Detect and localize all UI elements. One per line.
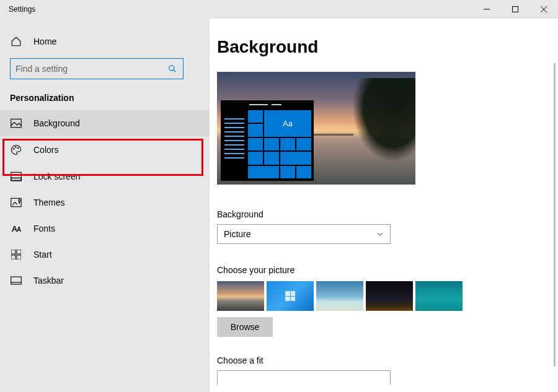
browse-button[interactable]: Browse xyxy=(217,317,273,337)
home-icon xyxy=(10,36,22,47)
background-type-label: Background xyxy=(217,209,558,219)
sidebar-item-label: Fonts xyxy=(33,224,55,233)
svg-line-5 xyxy=(174,70,176,72)
search-icon xyxy=(168,64,178,73)
close-button[interactable] xyxy=(529,0,558,19)
sidebar-item-label: Colors xyxy=(33,145,58,155)
preview-desktop-overlay: Aa xyxy=(221,100,314,181)
palette-icon xyxy=(10,144,22,155)
picture-thumb-5[interactable] xyxy=(415,281,463,311)
picture-thumbnails xyxy=(217,281,558,311)
minimize-button[interactable] xyxy=(472,0,501,19)
fit-dropdown[interactable] xyxy=(217,370,391,385)
page-title: Background xyxy=(217,37,558,57)
svg-rect-14 xyxy=(17,250,21,254)
svg-rect-1 xyxy=(513,7,518,12)
picture-thumb-3[interactable] xyxy=(316,281,363,311)
choose-fit-label: Choose a fit xyxy=(217,355,558,365)
sidebar-item-label: Lock screen xyxy=(33,172,80,181)
svg-rect-13 xyxy=(11,250,16,254)
sidebar-item-start[interactable]: Start xyxy=(0,242,210,268)
window-controls xyxy=(472,0,558,19)
start-icon xyxy=(10,250,22,259)
main-content: Background Aa xyxy=(210,19,558,392)
scrollbar[interactable] xyxy=(554,63,556,367)
svg-point-8 xyxy=(16,147,17,148)
svg-point-9 xyxy=(17,147,19,149)
svg-rect-6 xyxy=(11,119,22,128)
search-input[interactable] xyxy=(16,64,168,74)
svg-rect-15 xyxy=(11,255,16,259)
maximize-button[interactable] xyxy=(501,0,529,19)
home-label: Home xyxy=(33,37,56,46)
lockscreen-icon xyxy=(10,172,22,181)
themes-icon xyxy=(10,198,22,207)
svg-rect-11 xyxy=(11,178,22,181)
picture-thumb-4[interactable] xyxy=(366,281,413,311)
sidebar-item-fonts[interactable]: AA Fonts xyxy=(0,216,210,242)
fonts-icon: AA xyxy=(10,224,22,233)
sidebar-item-themes[interactable]: Themes xyxy=(0,189,210,216)
preview-sample-text: Aa xyxy=(264,110,311,137)
svg-rect-16 xyxy=(17,255,21,259)
choose-picture-label: Choose your picture xyxy=(217,265,558,275)
picture-icon xyxy=(10,118,22,128)
background-preview: Aa xyxy=(217,72,415,185)
taskbar-icon xyxy=(10,276,22,285)
svg-point-4 xyxy=(169,66,174,71)
sidebar-item-colors[interactable]: Colors xyxy=(0,136,210,163)
svg-point-7 xyxy=(14,149,15,150)
category-title: Personalization xyxy=(0,89,210,110)
sidebar-item-label: Themes xyxy=(33,198,65,207)
picture-thumb-1[interactable] xyxy=(217,281,264,311)
window-title: Settings xyxy=(9,5,472,14)
svg-rect-17 xyxy=(11,277,22,284)
search-box[interactable] xyxy=(10,58,184,79)
chevron-down-icon xyxy=(376,230,384,238)
dropdown-value: Picture xyxy=(224,229,251,239)
sidebar-item-lockscreen[interactable]: Lock screen xyxy=(0,163,210,189)
sidebar-item-label: Background xyxy=(33,118,80,128)
sidebar-item-label: Start xyxy=(33,250,52,259)
sidebar-item-taskbar[interactable]: Taskbar xyxy=(0,268,210,294)
titlebar: Settings xyxy=(0,0,558,19)
sidebar: Home Personalization Background Colors xyxy=(0,19,210,392)
background-type-dropdown[interactable]: Picture xyxy=(217,224,391,244)
sidebar-item-background[interactable]: Background xyxy=(0,110,210,136)
home-nav[interactable]: Home xyxy=(0,30,210,53)
sidebar-item-label: Taskbar xyxy=(33,276,64,285)
picture-thumb-2[interactable] xyxy=(267,281,314,311)
